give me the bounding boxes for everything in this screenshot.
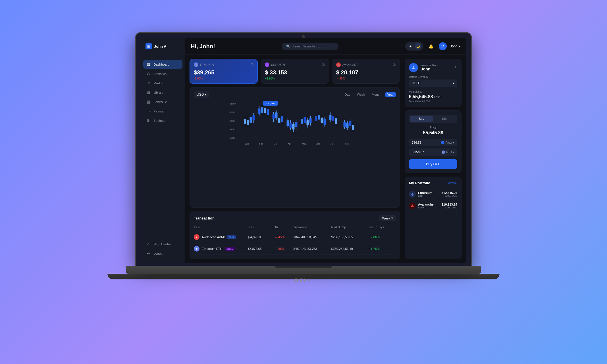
main-content: Hi, John! 🔍 Search Something... ☀ 🌙 🔔 JA bbox=[185, 38, 466, 263]
sidebar-item-market[interactable]: ↗ Market bbox=[143, 79, 182, 87]
svg-rect-29 bbox=[258, 108, 261, 114]
svg-rect-67 bbox=[324, 119, 326, 125]
logout-icon: ↩ bbox=[146, 251, 151, 256]
crypto-name: Ethereum ETH bbox=[202, 247, 223, 250]
market-icon: ↗ bbox=[146, 81, 151, 85]
sidebar-item-label: Dashboard bbox=[153, 63, 169, 66]
dell-logo: DELL bbox=[295, 278, 313, 284]
currency-selector[interactable]: USD ▾ bbox=[194, 91, 209, 98]
portfolio-symbol: AVAX bbox=[418, 206, 434, 209]
volume-cell: $842,485,58,845 bbox=[294, 235, 331, 239]
input-value-1[interactable]: 786.55 bbox=[412, 141, 421, 144]
week-selector[interactable]: Week ▾ bbox=[379, 215, 396, 221]
portfolio-symbol: ETH bbox=[418, 194, 433, 197]
svg-rect-63 bbox=[318, 115, 320, 120]
eth-dot: ◆ bbox=[442, 150, 445, 154]
sidebar-item-settings[interactable]: ⚙ Settings bbox=[143, 116, 182, 125]
input-currency-2[interactable]: ◆ ETH ▾ bbox=[442, 150, 454, 154]
balance-unit: USDT bbox=[434, 96, 442, 99]
profile-text: Welcome Back John bbox=[421, 64, 438, 71]
library-icon: ▤ bbox=[146, 90, 151, 95]
ticker-symbol: AVAX/USDT bbox=[342, 63, 358, 66]
sidebar-item-payout[interactable]: ▭ Payout bbox=[143, 107, 182, 116]
svg-rect-35 bbox=[267, 109, 269, 115]
eth-icon-sm: ◆ bbox=[194, 246, 199, 252]
input-currency-1[interactable]: Avax ▾ bbox=[441, 141, 454, 144]
ticker-header: ◎ SOL/USDT ⓘ bbox=[265, 62, 325, 67]
buy-tab[interactable]: Buy bbox=[410, 116, 433, 122]
tab-month[interactable]: Month bbox=[369, 92, 383, 97]
sidebar-item-label: Payout bbox=[153, 110, 164, 113]
svg-rect-39 bbox=[275, 112, 278, 118]
svg-text:$90,586: $90,586 bbox=[266, 102, 275, 105]
transaction-area: Transaction Week ▾ Type Price 1h bbox=[190, 211, 400, 259]
avatar: JA bbox=[439, 42, 447, 50]
view-all-link[interactable]: View All bbox=[447, 181, 457, 185]
svg-text:$80K: $80K bbox=[230, 111, 235, 114]
buy-btc-button[interactable]: Buy BTC bbox=[409, 159, 457, 169]
chart-controls: USD ▾ Day Week Month Year bbox=[194, 91, 396, 98]
currency-label: Default Currency bbox=[409, 76, 457, 78]
info-icon: ⓘ bbox=[322, 63, 325, 67]
user-menu[interactable]: John ▾ bbox=[450, 44, 460, 48]
portfolio-name: Avalanche bbox=[418, 203, 434, 206]
info-icon: ⓘ bbox=[251, 63, 253, 67]
profile-info: Welcome Back John bbox=[409, 63, 438, 72]
svg-text:Jan: Jan bbox=[245, 143, 249, 145]
sol-icon: ◎ bbox=[265, 62, 269, 67]
notification-btn[interactable]: 🔔 bbox=[427, 42, 435, 51]
sidebar-item-label: Logout bbox=[153, 252, 163, 255]
svg-text:$40K: $40K bbox=[230, 128, 235, 131]
table-row: ◆ Ethereum ETH SELL $3,074.65 -0.85% $48… bbox=[194, 243, 396, 255]
sidebar-item-logout[interactable]: ↩ Logout bbox=[143, 249, 182, 258]
sidebar-item-library[interactable]: ▤ Library bbox=[143, 88, 182, 97]
sidebar-item-schedule[interactable]: ▦ Schedule bbox=[143, 97, 182, 106]
ticker-card-avax[interactable]: ▲ AVAX/USDT ⓘ $ 28,187 -4.55% bbox=[332, 59, 400, 84]
header-right: ☀ 🌙 🔔 JA John ▾ bbox=[405, 42, 460, 51]
price-label: Price bbox=[409, 126, 457, 129]
sidebar-item-statistics[interactable]: ⬡ Statistics bbox=[143, 69, 182, 78]
crypto-name: Avalanche AVAX bbox=[202, 235, 225, 239]
svg-rect-49 bbox=[292, 124, 295, 129]
price-cell: $ 4,876.00 bbox=[248, 235, 275, 239]
chevron-down-icon: ▾ bbox=[453, 81, 454, 85]
svg-text:Feb: Feb bbox=[259, 143, 263, 145]
sell-tab[interactable]: Sell bbox=[433, 116, 456, 122]
chevron-down-icon: ▾ bbox=[391, 216, 393, 220]
last7-cell: +2.86% bbox=[369, 235, 396, 239]
info-icon: ⓘ bbox=[393, 63, 396, 67]
ticker-card-eth[interactable]: ◆ ETH/USDT ⓘ $39,265 -2.63% bbox=[190, 59, 258, 84]
ticker-change: -4.55% bbox=[336, 77, 396, 80]
laptop-camera bbox=[302, 35, 305, 38]
input-value-2[interactable]: 8,156.67 bbox=[412, 150, 424, 154]
ticker-card-sol[interactable]: ◎ SOL/USDT ⓘ $ 33,153 +1.95% bbox=[261, 59, 329, 84]
tab-day[interactable]: Day bbox=[342, 92, 353, 97]
time-tabs: Day Week Month Year bbox=[342, 92, 396, 97]
theme-toggle[interactable]: ☀ 🌙 bbox=[405, 42, 423, 51]
sidebar-item-help[interactable]: ○ Help Centre bbox=[143, 240, 182, 248]
tab-year[interactable]: Year bbox=[385, 92, 396, 97]
dark-mode-btn[interactable]: 🌙 bbox=[415, 43, 421, 49]
svg-rect-79 bbox=[349, 121, 352, 126]
ticker-symbol: ETH/USDT bbox=[200, 63, 214, 66]
volume-cell: $489,147,33,753 bbox=[294, 247, 331, 250]
more-icon[interactable]: ⋮ bbox=[453, 65, 457, 70]
search-bar[interactable]: 🔍 Search Something... bbox=[282, 43, 338, 50]
sidebar-item-label: Help Centre bbox=[153, 242, 171, 246]
avax-icon: ▲ bbox=[336, 62, 341, 67]
svg-rect-45 bbox=[287, 120, 289, 126]
light-mode-btn[interactable]: ☀ bbox=[408, 43, 414, 49]
sidebar-item-dashboard[interactable]: ▦ Dashboard bbox=[143, 60, 182, 69]
svg-text:$60K: $60K bbox=[230, 120, 235, 122]
svg-text:$100K: $100K bbox=[230, 102, 236, 105]
svg-rect-71 bbox=[332, 116, 334, 121]
balance-section: My Balance 6,55,545.88 USDT Total Value … bbox=[409, 90, 457, 103]
ticker-change: -2.63% bbox=[194, 77, 253, 80]
balance-amount: 6,55,545.88 bbox=[409, 94, 433, 99]
transaction-header: Transaction Week ▾ bbox=[194, 215, 396, 221]
tab-week[interactable]: Week bbox=[355, 92, 367, 97]
currency-dropdown[interactable]: USDT ▾ bbox=[409, 80, 457, 87]
portfolio-header: My Portfolio View All bbox=[409, 181, 457, 185]
portfolio-title: My Portfolio bbox=[409, 181, 430, 185]
svg-rect-57 bbox=[307, 120, 309, 125]
